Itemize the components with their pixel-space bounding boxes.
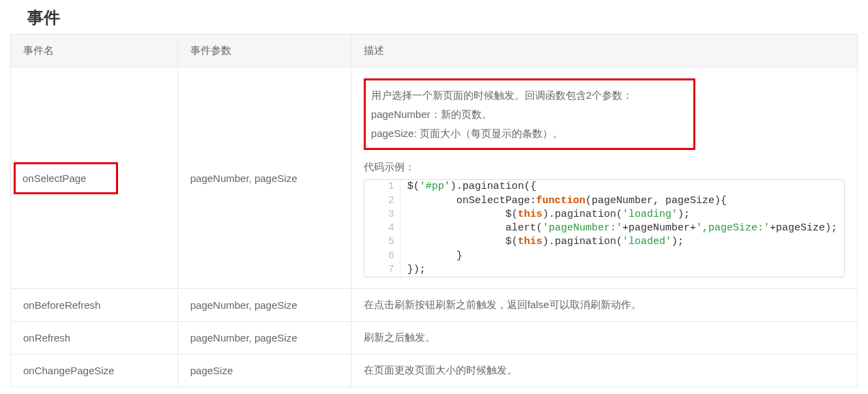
line-number: 1 — [364, 180, 401, 194]
events-table: 事件名 事件参数 描述 onSelectPage pageNumber, pag… — [10, 34, 858, 387]
line-number: 7 — [364, 263, 401, 277]
highlighted-event-name: onSelectPage — [14, 162, 118, 194]
event-name-cell: onBeforeRefresh — [11, 289, 178, 322]
code-line: } — [401, 249, 469, 263]
event-desc-cell: 在页面更改页面大小的时候触发。 — [351, 354, 857, 387]
table-row: onRefresh pageNumber, pageSize 刷新之后触发。 — [11, 322, 858, 354]
table-row: onSelectPage pageNumber, pageSize 用户选择一个… — [11, 67, 858, 289]
code-line: alert('pageNumber:'+pageNumber+',pageSiz… — [401, 222, 844, 235]
event-name-cell: onSelectPage — [11, 67, 178, 289]
th-event-desc: 描述 — [351, 35, 857, 67]
code-line: $(this).pagination('loaded'); — [401, 235, 691, 249]
code-example-label: 代码示例： — [364, 161, 845, 174]
event-desc-cell: 刷新之后触发。 — [351, 322, 857, 354]
event-params-cell: pageNumber, pageSize — [177, 67, 351, 289]
code-block: 1$('#pp').pagination({ 2 onSelectPage:fu… — [364, 179, 845, 277]
line-number: 3 — [364, 208, 401, 222]
event-name-cell: onRefresh — [11, 322, 178, 354]
code-line: $(this).pagination('loading'); — [401, 208, 697, 222]
table-row: onChangePageSize pageSize 在页面更改页面大小的时候触发… — [11, 354, 858, 387]
th-event-params: 事件参数 — [177, 35, 351, 67]
desc-line: pageNumber：新的页数。 — [371, 105, 685, 124]
line-number: 5 — [364, 235, 401, 249]
section-title: 事件 — [10, 7, 858, 34]
line-number: 4 — [364, 222, 401, 235]
event-desc-cell: 在点击刷新按钮刷新之前触发，返回false可以取消刷新动作。 — [351, 289, 857, 322]
event-desc-cell: 用户选择一个新页面的时候触发。回调函数包含2个参数： pageNumber：新的… — [351, 67, 857, 289]
line-number: 2 — [364, 194, 401, 208]
event-params-cell: pageSize — [177, 354, 351, 387]
highlighted-description: 用户选择一个新页面的时候触发。回调函数包含2个参数： pageNumber：新的… — [364, 78, 695, 150]
th-event-name: 事件名 — [11, 35, 178, 67]
code-line: onSelectPage:function(pageNumber, pageSi… — [401, 194, 734, 208]
line-number: 6 — [364, 249, 401, 263]
event-name-cell: onChangePageSize — [11, 354, 178, 387]
table-header-row: 事件名 事件参数 描述 — [11, 35, 858, 67]
code-line: }); — [401, 263, 433, 277]
table-row: onBeforeRefresh pageNumber, pageSize 在点击… — [11, 289, 858, 322]
event-params-cell: pageNumber, pageSize — [177, 289, 351, 322]
desc-line: 用户选择一个新页面的时候触发。回调函数包含2个参数： — [371, 86, 685, 105]
code-line: $('#pp').pagination({ — [401, 180, 543, 194]
event-params-cell: pageNumber, pageSize — [177, 322, 351, 354]
desc-line: pageSize: 页面大小（每页显示的条数）。 — [371, 124, 685, 143]
